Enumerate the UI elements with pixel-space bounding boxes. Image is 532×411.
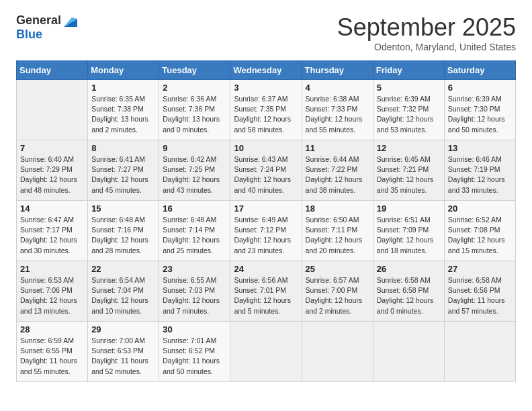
day-info: Sunrise: 6:42 AMSunset: 7:25 PMDaylight:… (163, 154, 226, 195)
day-number: 30 (163, 324, 226, 334)
logo-icon (62, 15, 77, 27)
daylight-text: Daylight: 13 hours and 0 minutes. (163, 115, 220, 133)
day-info: Sunrise: 6:48 AMSunset: 7:14 PMDaylight:… (163, 215, 226, 256)
sunset-text: Sunset: 6:56 PM (448, 286, 500, 294)
sunrise-text: Sunrise: 6:43 AM (234, 155, 287, 163)
daylight-text: Daylight: 12 hours and 20 minutes. (306, 236, 363, 254)
day-info: Sunrise: 6:47 AMSunset: 7:17 PMDaylight:… (20, 215, 84, 256)
cell-0-3: 3Sunrise: 6:37 AMSunset: 7:35 PMDaylight… (230, 80, 302, 140)
cell-0-4: 4Sunrise: 6:38 AMSunset: 7:33 PMDaylight… (302, 80, 373, 140)
day-info: Sunrise: 6:58 AMSunset: 6:56 PMDaylight:… (448, 275, 512, 316)
daylight-text: Daylight: 12 hours and 2 minutes. (306, 296, 363, 314)
day-info: Sunrise: 6:52 AMSunset: 7:08 PMDaylight:… (448, 215, 512, 256)
day-info: Sunrise: 6:36 AMSunset: 7:36 PMDaylight:… (163, 94, 226, 135)
sunset-text: Sunset: 7:36 PM (163, 105, 215, 113)
day-number: 16 (163, 203, 226, 214)
sunrise-text: Sunrise: 6:58 AM (377, 276, 431, 284)
sunrise-text: Sunrise: 6:52 AM (448, 216, 502, 224)
day-info: Sunrise: 6:49 AMSunset: 7:12 PMDaylight:… (234, 215, 298, 256)
cell-0-1: 1Sunrise: 6:35 AMSunset: 7:38 PMDaylight… (88, 80, 159, 140)
header-wednesday: Wednesday (230, 61, 302, 80)
day-number: 22 (91, 264, 155, 274)
sunrise-text: Sunrise: 6:38 AM (306, 95, 359, 103)
day-info: Sunrise: 6:53 AMSunset: 7:06 PMDaylight:… (20, 275, 84, 316)
sunrise-text: Sunrise: 6:39 AM (377, 95, 431, 103)
sunset-text: Sunset: 7:22 PM (306, 165, 358, 173)
cell-4-5 (373, 322, 444, 382)
day-info: Sunrise: 6:39 AMSunset: 7:32 PMDaylight:… (377, 94, 441, 135)
daylight-text: Daylight: 12 hours and 0 minutes. (377, 296, 434, 314)
daylight-text: Daylight: 12 hours and 40 minutes. (234, 175, 291, 193)
daylight-text: Daylight: 13 hours and 2 minutes. (91, 115, 148, 133)
cell-2-3: 17Sunrise: 6:49 AMSunset: 7:12 PMDayligh… (230, 201, 302, 261)
sunset-text: Sunset: 7:04 PM (91, 286, 144, 294)
daylight-text: Daylight: 12 hours and 45 minutes. (91, 175, 148, 193)
day-number: 17 (234, 203, 298, 214)
sunset-text: Sunset: 6:55 PM (20, 347, 73, 355)
weekday-header-row: Sunday Monday Tuesday Wednesday Thursday… (17, 61, 516, 80)
cell-1-5: 12Sunrise: 6:45 AMSunset: 7:21 PMDayligh… (373, 140, 444, 201)
sunset-text: Sunset: 7:21 PM (377, 165, 429, 173)
daylight-text: Daylight: 11 hours and 57 minutes. (448, 296, 505, 314)
daylight-text: Daylight: 12 hours and 30 minutes. (20, 236, 77, 254)
sunset-text: Sunset: 7:29 PM (20, 165, 73, 173)
sunset-text: Sunset: 7:06 PM (20, 286, 73, 294)
sunset-text: Sunset: 7:12 PM (234, 226, 286, 234)
sunrise-text: Sunrise: 6:45 AM (377, 155, 431, 163)
day-number: 24 (234, 264, 298, 274)
sunset-text: Sunset: 6:53 PM (91, 347, 144, 355)
sunrise-text: Sunrise: 6:58 AM (448, 276, 502, 284)
header-tuesday: Tuesday (159, 61, 230, 80)
sunrise-text: Sunrise: 6:36 AM (163, 95, 216, 103)
header: General Blue September 2025 Odenton, Mar… (16, 13, 516, 52)
cell-4-4 (302, 322, 373, 382)
sunset-text: Sunset: 7:35 PM (234, 105, 286, 113)
sunset-text: Sunset: 6:58 PM (377, 286, 429, 294)
header-monday: Monday (88, 61, 159, 80)
cell-4-3 (230, 322, 302, 382)
sunset-text: Sunset: 7:25 PM (163, 165, 215, 173)
day-info: Sunrise: 7:00 AMSunset: 6:53 PMDaylight:… (91, 336, 155, 377)
sunrise-text: Sunrise: 6:48 AM (91, 216, 145, 224)
sunrise-text: Sunrise: 6:42 AM (163, 155, 216, 163)
day-number: 13 (448, 143, 512, 153)
sunrise-text: Sunrise: 6:54 AM (91, 276, 145, 284)
day-number: 18 (306, 203, 369, 214)
cell-2-1: 15Sunrise: 6:48 AMSunset: 7:16 PMDayligh… (88, 201, 159, 261)
logo: General Blue (16, 13, 77, 42)
day-number: 9 (163, 143, 226, 153)
daylight-text: Daylight: 12 hours and 5 minutes. (234, 296, 291, 314)
cell-1-6: 13Sunrise: 6:46 AMSunset: 7:19 PMDayligh… (444, 140, 515, 201)
sunrise-text: Sunrise: 6:48 AM (163, 216, 216, 224)
day-info: Sunrise: 6:39 AMSunset: 7:30 PMDaylight:… (448, 94, 512, 135)
cell-3-6: 27Sunrise: 6:58 AMSunset: 6:56 PMDayligh… (444, 261, 515, 322)
daylight-text: Daylight: 12 hours and 53 minutes. (377, 115, 434, 133)
day-number: 23 (163, 264, 226, 274)
day-info: Sunrise: 6:44 AMSunset: 7:22 PMDaylight:… (306, 154, 369, 195)
sunrise-text: Sunrise: 6:56 AM (234, 276, 287, 284)
sunrise-text: Sunrise: 6:59 AM (20, 336, 74, 345)
sunrise-text: Sunrise: 7:00 AM (91, 336, 145, 345)
month-title: September 2025 (337, 13, 516, 42)
cell-0-5: 5Sunrise: 6:39 AMSunset: 7:32 PMDaylight… (373, 80, 444, 140)
cell-1-1: 8Sunrise: 6:41 AMSunset: 7:27 PMDaylight… (88, 140, 159, 201)
cell-3-4: 25Sunrise: 6:57 AMSunset: 7:00 PMDayligh… (302, 261, 373, 322)
cell-4-0: 28Sunrise: 6:59 AMSunset: 6:55 PMDayligh… (17, 322, 88, 382)
sunset-text: Sunset: 6:52 PM (163, 347, 215, 355)
day-info: Sunrise: 6:37 AMSunset: 7:35 PMDaylight:… (234, 94, 298, 135)
day-number: 4 (306, 83, 369, 93)
sunset-text: Sunset: 7:32 PM (377, 105, 429, 113)
day-number: 10 (234, 143, 298, 153)
day-info: Sunrise: 6:55 AMSunset: 7:03 PMDaylight:… (163, 275, 226, 316)
day-info: Sunrise: 6:58 AMSunset: 6:58 PMDaylight:… (377, 275, 441, 316)
daylight-text: Daylight: 12 hours and 13 minutes. (20, 296, 77, 314)
daylight-text: Daylight: 11 hours and 55 minutes. (20, 357, 77, 375)
week-row-4: 28Sunrise: 6:59 AMSunset: 6:55 PMDayligh… (17, 322, 516, 382)
sunrise-text: Sunrise: 7:01 AM (163, 336, 216, 345)
day-info: Sunrise: 6:57 AMSunset: 7:00 PMDaylight:… (306, 275, 369, 316)
cell-2-6: 20Sunrise: 6:52 AMSunset: 7:08 PMDayligh… (444, 201, 515, 261)
sunset-text: Sunset: 7:11 PM (306, 226, 358, 234)
logo-general: General (16, 13, 61, 28)
cell-4-6 (444, 322, 515, 382)
daylight-text: Daylight: 12 hours and 28 minutes. (91, 236, 148, 254)
